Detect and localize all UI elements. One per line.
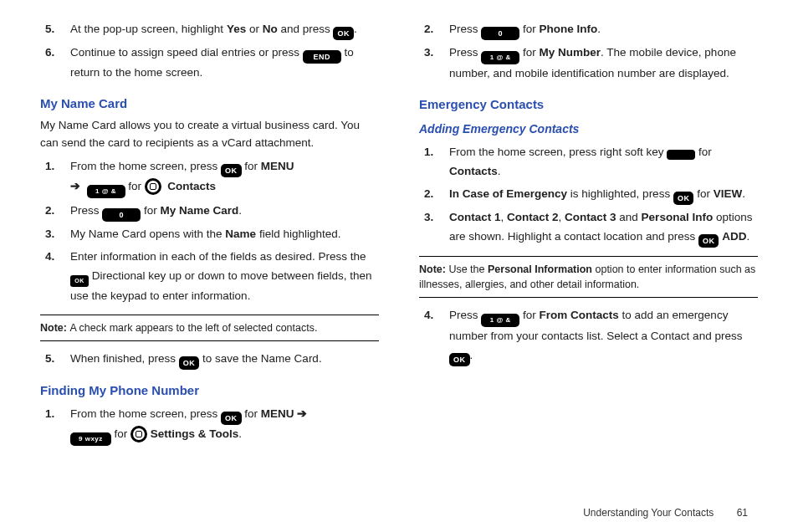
step-body: When finished, press OK to save the Name… [70, 350, 379, 370]
list-item: 3. Press 1 @ & for My Number. The mobile… [419, 43, 758, 84]
step-number: 2. [419, 185, 449, 205]
note-label: Note: [419, 263, 448, 275]
step-body: Press 1 @ & for My Number. The mobile de… [449, 43, 758, 84]
section-heading-my-name-card: My Name Card [40, 93, 379, 115]
columns: 5. At the pop-up screen, highlight Yes o… [40, 17, 758, 449]
end-key-icon: END [303, 50, 341, 64]
ok-key-icon: OK [333, 27, 354, 40]
num0-key-icon: 0 [481, 27, 519, 40]
list-item: 2. Press 0 for Phone Info. [419, 20, 758, 40]
num9-key-icon: 9 wxyz [70, 432, 111, 446]
section-heading-finding-number: Finding My Phone Number [40, 380, 379, 402]
step-body: From the home screen, press OK for MENU … [70, 157, 379, 198]
list-item: 5. At the pop-up screen, highlight Yes o… [40, 20, 379, 40]
step-number: 2. [40, 202, 70, 222]
num0-key-icon: 0 [102, 208, 141, 222]
subsection-heading-adding-emergency: Adding Emergency Contacts [419, 120, 758, 140]
footer-section: Understanding Your Contacts [583, 507, 714, 519]
step-body: Press 0 for My Name Card. [70, 202, 379, 222]
num1-key-icon: 1 @ & [481, 314, 519, 327]
settings-ring-icon [130, 426, 147, 442]
list-item: 5. When finished, press OK to save the N… [40, 350, 379, 370]
step-number: 6. [40, 43, 70, 83]
num1-key-icon: 1 @ & [87, 185, 125, 198]
step-number: 4. [40, 248, 70, 306]
step-number: 5. [40, 350, 70, 370]
ok-key-icon: OK [673, 192, 694, 205]
ok-key-icon: OK [698, 234, 719, 248]
page-footer: Understanding Your Contacts 61 [583, 507, 748, 519]
list-item: 1. From the home screen, press right sof… [419, 143, 758, 182]
list-item: 3. Contact 1, Contact 2, Contact 3 and P… [419, 208, 758, 248]
step-body: Press 0 for Phone Info. [449, 20, 758, 40]
step-body: My Name Card opens with the Name field h… [70, 225, 379, 244]
section-intro: My Name Card allows you to create a virt… [40, 117, 379, 152]
step-number: 4. [419, 306, 449, 366]
directional-key-icon: OK [70, 275, 89, 287]
step-body: From the home screen, press right soft k… [449, 143, 758, 182]
list-item: 4. Press 1 @ & for From Contacts to add … [419, 306, 758, 366]
arrow-icon: ➔ [70, 180, 80, 192]
ok-key-icon: OK [449, 353, 470, 366]
list-item: 1. From the home screen, press OK for ME… [40, 157, 379, 198]
page-number: 61 [737, 507, 748, 519]
note-label: Note: [40, 322, 69, 334]
section-heading-emergency: Emergency Contacts [419, 94, 758, 115]
step-number: 1. [40, 157, 70, 198]
step-body: Press 1 @ & for From Contacts to add an … [449, 306, 758, 366]
step-number: 1. [40, 405, 70, 446]
step-body: At the pop-up screen, highlight Yes or N… [70, 20, 379, 40]
note-text: A check mark appears to the left of sele… [69, 322, 317, 334]
list-item: 6. Continue to assign speed dial entries… [40, 43, 379, 83]
ok-key-icon: OK [179, 356, 200, 370]
step-number: 5. [40, 20, 70, 40]
list-item: 2. Press 0 for My Name Card. [40, 202, 379, 222]
list-item: 4. Enter information in each of the fiel… [40, 248, 379, 306]
step-number: 3. [419, 43, 449, 84]
list-item: 3. My Name Card opens with the Name fiel… [40, 225, 379, 244]
step-body: Enter information in each of the fields … [70, 248, 379, 306]
step-body: In Case of Emergency is highlighted, pre… [449, 185, 758, 205]
note-box: Note: A check mark appears to the left o… [40, 315, 379, 341]
note-box: Note: Use the Personal Information optio… [419, 256, 758, 298]
right-column: 2. Press 0 for Phone Info. 3. Press 1 @ … [419, 17, 758, 449]
step-body: From the home screen, press OK for MENU … [70, 405, 379, 446]
ok-key-icon: OK [221, 164, 242, 177]
ok-key-icon: OK [221, 412, 242, 425]
step-number: 2. [419, 20, 449, 40]
soft-key-icon [667, 150, 695, 160]
num1-key-icon: 1 @ & [481, 51, 519, 64]
left-column: 5. At the pop-up screen, highlight Yes o… [40, 17, 379, 449]
list-item: 2. In Case of Emergency is highlighted, … [419, 185, 758, 205]
page: 5. At the pop-up screen, highlight Yes o… [0, 0, 798, 532]
arrow-icon: ➔ [294, 407, 308, 420]
contacts-ring-icon [145, 178, 161, 195]
step-number: 1. [419, 143, 449, 182]
list-item: 1. From the home screen, press OK for ME… [40, 405, 379, 446]
step-body: Continue to assign speed dial entries or… [70, 43, 379, 83]
step-number: 3. [419, 208, 449, 248]
step-body: Contact 1, Contact 2, Contact 3 and Pers… [449, 208, 758, 248]
step-number: 3. [40, 225, 70, 244]
